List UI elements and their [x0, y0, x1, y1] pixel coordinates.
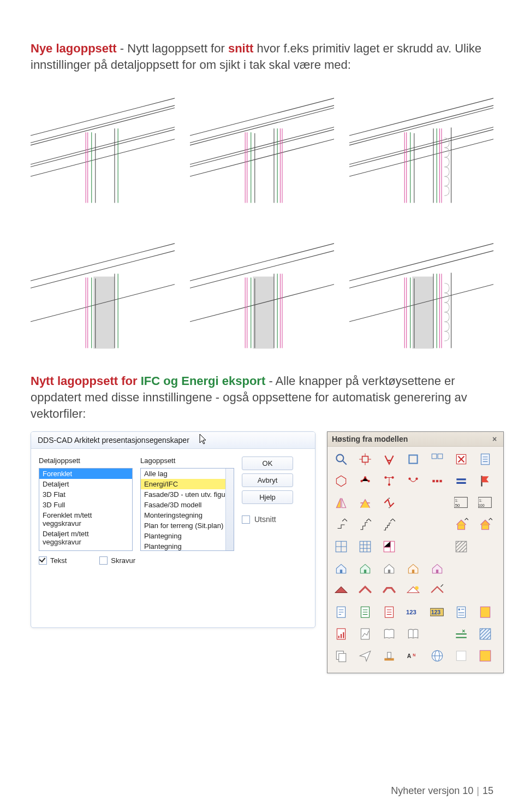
text-123-b[interactable]: 123 [430, 605, 444, 619]
icon-hatch[interactable] [454, 540, 468, 554]
section-diagram-5 [190, 228, 334, 353]
icon-send[interactable] [358, 649, 372, 663]
lagoppsett-list[interactable]: Alle lag Energi/IFC Fasade/3D - uten utv… [140, 468, 234, 551]
icon-dots[interactable] [430, 474, 444, 488]
icon-doc-xls[interactable] [358, 605, 372, 619]
icon-nodes-2[interactable] [382, 474, 396, 488]
lagoppsett-label: Lagoppsett [140, 457, 234, 465]
icon-roof3[interactable] [382, 583, 396, 597]
list2-item-3[interactable]: Fasade/3D modell [141, 500, 234, 510]
list2-item-5[interactable]: Plan for terreng (Sit.plan) [141, 520, 234, 531]
utsnitt-checkbox[interactable] [242, 515, 250, 524]
svg-rect-0 [93, 277, 115, 349]
list1-item-5[interactable]: Detaljert m/tett veggskravur [39, 529, 132, 547]
icon-yellow-square[interactable] [478, 649, 492, 663]
ok-button[interactable]: OK [242, 457, 293, 470]
list2-item-7[interactable]: Plantegning Salgspresenta: [141, 541, 234, 551]
icon-doc1[interactable] [334, 605, 348, 619]
icon-report-a[interactable] [334, 627, 348, 641]
icon-doc-red[interactable] [382, 605, 396, 619]
icon-scale-50[interactable]: 1:50 [454, 496, 468, 510]
icon-cross-green[interactable] [454, 627, 468, 641]
icon-report-b[interactable] [358, 627, 372, 641]
svg-rect-20 [436, 480, 438, 482]
icon-doc-list[interactable] [454, 605, 468, 619]
list1-item-4[interactable]: Forenklet m/tett veggskravur [39, 510, 132, 529]
icon-blank[interactable] [454, 649, 468, 663]
hosting-toolbar-panel: Høsting fra modellen× [327, 431, 504, 673]
icon-mirror[interactable] [334, 496, 348, 510]
list1-item-3[interactable]: 3D Full [39, 500, 132, 510]
list2-item-0[interactable]: Alle lag [141, 469, 234, 479]
icon-roof5[interactable] [430, 583, 444, 597]
section-diagram-1 [31, 82, 175, 208]
icon-search[interactable] [334, 452, 348, 466]
icon-house-view1[interactable] [334, 561, 348, 576]
svg-text:100: 100 [478, 503, 485, 507]
icon-scale-100[interactable]: 1:100 [478, 496, 492, 510]
icon-house-view4[interactable] [406, 561, 420, 576]
icon-stripes[interactable] [478, 627, 492, 641]
list1-item-1[interactable]: Detaljert [39, 479, 132, 489]
svg-text:123: 123 [431, 610, 441, 616]
tekst-label: Tekst [50, 556, 67, 565]
list2-item-2[interactable]: Fasade/3D - uten utv. figur [141, 489, 234, 500]
icon-stamp[interactable] [382, 649, 396, 663]
text-123-a[interactable]: 123 [406, 605, 420, 619]
icon-text[interactable] [382, 452, 396, 466]
icon-align[interactable] [358, 496, 372, 510]
icon-an[interactable]: AN [406, 649, 420, 663]
icon-level-up2[interactable] [358, 518, 372, 532]
icon-break[interactable] [382, 496, 396, 510]
icon-roof2[interactable] [358, 583, 372, 597]
icon-book2[interactable] [406, 627, 420, 641]
svg-rect-1 [253, 277, 274, 349]
icon-floorplan[interactable] [382, 540, 396, 554]
icon-target[interactable] [358, 452, 372, 466]
icon-grid3[interactable] [358, 540, 372, 554]
tekst-checkbox[interactable] [39, 556, 47, 565]
panel-close-button[interactable]: × [490, 435, 499, 443]
icon-roof4[interactable] [406, 583, 420, 597]
icon-nodes-3[interactable] [406, 474, 420, 488]
icon-red-flag[interactable] [478, 474, 492, 488]
svg-rect-21 [439, 480, 442, 482]
list1-item-0[interactable]: Forenklet [39, 469, 132, 479]
page-footer: Nyheter versjon 10|15 [391, 785, 493, 797]
icon-level-up1[interactable] [334, 518, 348, 532]
list2-item-1[interactable]: Energi/IFC [141, 479, 234, 489]
icon-book1[interactable] [382, 627, 396, 641]
svg-point-39 [415, 586, 419, 590]
icon-page[interactable] [478, 452, 492, 466]
icon-delete[interactable] [454, 452, 468, 466]
icon-house-up2[interactable] [478, 518, 492, 532]
icon-equals[interactable] [454, 474, 468, 488]
svg-text:N: N [413, 653, 415, 657]
icon-roof1[interactable] [334, 583, 348, 597]
icon-hexagon[interactable] [334, 474, 348, 488]
list2-item-6[interactable]: Plantegning [141, 531, 234, 541]
icon-house-view5[interactable] [430, 561, 444, 576]
icon-level-up3[interactable] [382, 518, 396, 532]
svg-rect-36 [388, 570, 390, 574]
intro-p1: - Nytt lagoppsett for [117, 42, 228, 55]
cancel-button[interactable]: Avbryt [242, 473, 293, 487]
svg-rect-19 [432, 480, 434, 482]
icon-house-view2[interactable] [358, 561, 372, 576]
detaljoppsett-list[interactable]: Forenklet Detaljert 3D Flat 3D Full Fore… [39, 468, 133, 551]
list1-item-2[interactable]: 3D Flat [39, 489, 132, 500]
icon-square[interactable] [406, 452, 420, 466]
icon-grid-small[interactable] [430, 452, 444, 466]
icon-nodes-1[interactable] [358, 474, 372, 488]
icon-copy[interactable] [334, 649, 348, 663]
svg-point-3 [336, 455, 343, 462]
skravur-checkbox[interactable] [99, 556, 108, 565]
panel-title: Høsting fra modellen [332, 435, 408, 443]
help-button[interactable]: Hjelp [242, 490, 293, 504]
icon-globe[interactable] [430, 649, 444, 663]
icon-yellow-doc[interactable] [478, 605, 492, 619]
list2-item-4[interactable]: Monteringstegning [141, 510, 234, 520]
icon-house-up1[interactable] [454, 518, 468, 532]
icon-house-view3[interactable] [382, 561, 396, 576]
icon-grid2[interactable] [334, 540, 348, 554]
